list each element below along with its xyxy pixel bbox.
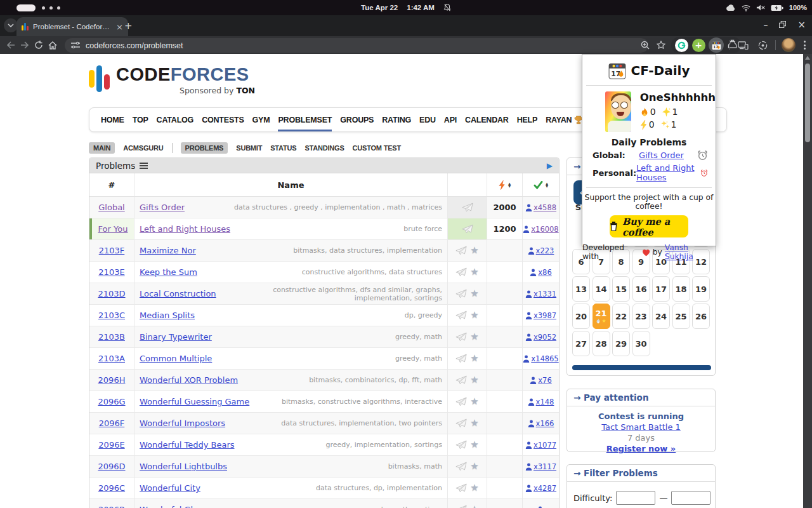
submit-plane-icon[interactable] xyxy=(455,354,467,363)
favorite-star-icon[interactable]: ★ xyxy=(470,311,478,320)
system-tray[interactable]: 100% xyxy=(726,0,807,15)
site-settings-icon[interactable] xyxy=(71,39,80,51)
solved-count-link[interactable]: x4287 xyxy=(525,482,556,495)
calendar-day[interactable]: 16 xyxy=(632,276,650,302)
profile-avatar[interactable] xyxy=(782,38,796,52)
nav-item[interactable]: CONTESTS xyxy=(202,108,244,131)
subnav-item[interactable]: STANDINGS xyxy=(304,144,344,152)
calendar-day[interactable]: 18 xyxy=(672,276,690,302)
reload-button[interactable] xyxy=(32,38,46,52)
problem-id-link[interactable]: 2103A xyxy=(98,354,125,363)
tab-close-icon[interactable]: × xyxy=(116,23,123,31)
favorite-star-icon[interactable]: ★ xyxy=(470,440,478,450)
window-close-button[interactable]: × xyxy=(797,19,806,30)
problem-name-link[interactable]: Median Splits xyxy=(140,311,195,320)
bookmark-star-icon[interactable] xyxy=(654,38,668,52)
nav-item[interactable]: TOP xyxy=(133,108,148,131)
calendar-day[interactable]: 23 xyxy=(632,304,650,329)
solved-count-link[interactable]: x3117 xyxy=(525,460,556,473)
solved-count-link[interactable]: x76 xyxy=(530,374,551,387)
favorite-star-icon[interactable]: ★ xyxy=(470,418,478,428)
problem-name-link[interactable]: Wonderful Lightbulbs xyxy=(140,462,227,471)
browser-menu-icon[interactable] xyxy=(801,41,808,50)
nav-item[interactable]: HELP xyxy=(517,108,538,131)
solved-count-link[interactable]: x4588 xyxy=(525,201,556,214)
solved-count-link[interactable]: x166 xyxy=(528,417,554,430)
nav-item[interactable]: EDU xyxy=(419,108,436,131)
submit-plane-icon[interactable] xyxy=(455,332,467,342)
problem-id-link[interactable]: 2103D xyxy=(98,289,125,298)
calendar-day[interactable]: 14 xyxy=(593,276,610,302)
calendar-day[interactable]: 30 xyxy=(632,331,650,356)
submit-plane-icon[interactable] xyxy=(462,203,473,212)
problem-name-link[interactable]: Keep the Sum xyxy=(140,267,197,277)
grammarly-extension-icon[interactable] xyxy=(675,39,688,52)
favorite-star-icon[interactable]: ★ xyxy=(470,289,478,298)
column-name[interactable]: Name xyxy=(134,173,448,196)
favorite-star-icon[interactable]: ★ xyxy=(470,397,478,406)
solved-count-link[interactable]: x1077 xyxy=(525,439,556,451)
nav-item[interactable]: GYM xyxy=(252,108,270,131)
forward-button[interactable] xyxy=(18,38,32,52)
calendar-day[interactable]: 20 xyxy=(572,304,590,329)
submit-plane-icon[interactable] xyxy=(462,224,473,234)
problem-id-link[interactable]: 2096H xyxy=(98,375,126,385)
column-id[interactable]: # xyxy=(89,173,134,196)
submit-plane-icon[interactable] xyxy=(455,246,467,255)
solved-count-link[interactable]: x16008 xyxy=(523,223,558,236)
calendar-day[interactable]: 24 xyxy=(652,304,670,329)
subnav-item[interactable]: STATUS xyxy=(270,144,296,152)
problem-name-link[interactable]: Maximize Nor xyxy=(140,246,196,255)
scrollbar-up-arrow[interactable] xyxy=(805,56,810,60)
problem-name-link[interactable]: Gifts Order xyxy=(140,203,185,212)
nav-item[interactable]: RAYAN xyxy=(546,108,583,131)
browser-tab[interactable]: Problemset - Codeforces × xyxy=(16,17,128,36)
submit-plane-icon[interactable] xyxy=(455,375,467,385)
calendar-day[interactable]: 26 xyxy=(692,304,710,329)
expand-arrow-icon[interactable]: ▶ xyxy=(547,161,553,170)
nav-item[interactable]: RATING xyxy=(382,108,411,131)
cf-daily-extension-icon[interactable]: 17 xyxy=(709,37,724,53)
problem-id-link[interactable]: 2103E xyxy=(98,267,124,277)
calendar-day[interactable]: 17 xyxy=(652,276,670,302)
developer-link[interactable]: Vansh Sukhija xyxy=(665,243,716,261)
favorite-star-icon[interactable]: ★ xyxy=(470,505,478,508)
calendar-day[interactable]: 21★ xyxy=(593,304,610,329)
problem-name-link[interactable]: Wonderful Guessing Game xyxy=(140,397,249,406)
difficulty-max-input[interactable] xyxy=(671,491,710,505)
problem-id-link[interactable]: 2096G xyxy=(98,397,125,406)
submit-plane-icon[interactable] xyxy=(455,418,467,428)
personal-problem-link[interactable]: Left and Right Houses xyxy=(636,163,700,182)
solved-count-link[interactable]: x223 xyxy=(528,244,554,257)
nav-item[interactable]: API xyxy=(444,108,457,131)
url-bar[interactable]: codeforces.com/problemset xyxy=(65,38,648,53)
window-restore-button[interactable] xyxy=(779,18,786,30)
column-solved[interactable]: ▲▼ xyxy=(523,173,559,196)
problem-id-link[interactable]: 2096E xyxy=(98,440,124,450)
calendar-day[interactable]: 29 xyxy=(612,331,630,356)
subnav-item[interactable]: MAIN xyxy=(89,142,115,154)
calendar-day[interactable]: 19 xyxy=(692,276,710,302)
solved-count-link[interactable]: x1331 xyxy=(525,288,556,300)
problem-id-link[interactable]: 2103F xyxy=(99,246,125,255)
register-link[interactable]: Register now » xyxy=(606,444,676,453)
problem-id-link[interactable]: 2103C xyxy=(98,311,125,320)
calendar-day[interactable]: 25 xyxy=(672,304,690,329)
calendar-day[interactable]: 13 xyxy=(572,276,590,302)
favorite-star-icon[interactable]: ★ xyxy=(470,332,478,342)
submit-plane-icon[interactable] xyxy=(455,267,467,277)
favorite-star-icon[interactable]: ★ xyxy=(470,267,478,277)
subnav-item[interactable]: SUBMIT xyxy=(236,144,262,152)
solved-count-link[interactable] xyxy=(537,504,545,508)
problem-id-link[interactable]: For You xyxy=(98,224,128,234)
calendar-day[interactable]: 15 xyxy=(612,276,630,302)
nav-item[interactable]: HOME xyxy=(101,108,124,131)
problem-name-link[interactable]: Left and Right Houses xyxy=(140,224,230,234)
list-settings-icon[interactable] xyxy=(140,163,148,169)
submit-plane-icon[interactable] xyxy=(455,311,467,320)
favorite-star-icon[interactable]: ★ xyxy=(470,246,478,255)
submit-plane-icon[interactable] xyxy=(455,440,467,450)
solved-count-link[interactable]: x3987 xyxy=(525,309,556,322)
nav-item[interactable]: PROBLEMSET xyxy=(278,108,332,131)
problem-name-link[interactable]: Wonderful Gloves xyxy=(140,505,213,508)
